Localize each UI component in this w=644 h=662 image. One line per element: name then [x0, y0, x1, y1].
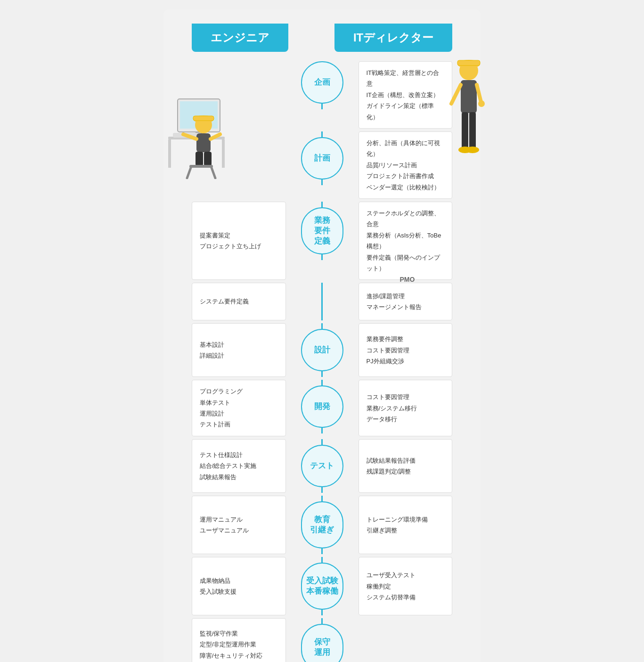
center-phase-planning: 企画	[301, 61, 343, 129]
center-phase-system-req	[321, 283, 323, 320]
engineer-cell-design: 基本設計詳細設計	[192, 323, 286, 377]
svg-rect-10	[193, 116, 214, 121]
v-connector-only	[321, 283, 323, 320]
svg-point-25	[478, 100, 485, 107]
svg-rect-21	[457, 60, 480, 65]
phase-bubble-requirements: 業務要件定義	[301, 207, 343, 254]
engineer-cell-education: 運用マニュアルユーザマニュアル	[192, 496, 286, 554]
svg-rect-15	[204, 152, 212, 166]
v-connector-bottom	[321, 104, 323, 109]
svg-rect-26	[462, 112, 468, 150]
headers-row: エンジニア ITディレクター	[192, 24, 453, 52]
v-connector-top	[321, 202, 323, 207]
svg-rect-16	[189, 165, 213, 168]
center-phase-requirements: 業務要件定義	[301, 202, 343, 280]
director-cell-uat: ユーザ受入テスト稼働判定システム切替準備	[359, 557, 453, 615]
svg-rect-22	[461, 80, 477, 113]
v-connector-top	[321, 380, 323, 385]
center-phase-education: 教育引継ぎ	[301, 496, 343, 554]
phase-bubble-project-plan: 計画	[301, 137, 343, 180]
v-connector-bottom	[321, 487, 323, 493]
svg-point-29	[466, 147, 479, 153]
center-panel: 企画計画業務要件定義設計開発テスト教育引継ぎ受入試験本番稼働保守運用	[292, 61, 353, 662]
engineer-cell-system-req: システム要件定義	[192, 283, 286, 320]
director-cell-design: 業務要件調整コスト要因管理PJ外組織交渉	[359, 323, 453, 377]
v-connector-top	[321, 439, 323, 445]
v-connector-bottom	[321, 180, 323, 185]
svg-rect-1	[168, 139, 171, 168]
svg-line-18	[212, 168, 215, 178]
center-phase-design: 設計	[301, 323, 343, 377]
v-connector-bottom	[321, 371, 323, 377]
director-cell-system-req: 進捗/課題管理マネージメント報告	[359, 283, 453, 320]
pmo-label: PMO	[399, 276, 415, 283]
engineer-cell-test: テスト仕様設計結合/総合テスト実施試験結果報告	[192, 439, 286, 493]
center-phase-project-plan: 計画	[301, 131, 343, 199]
engineer-figure-left	[159, 52, 229, 179]
center-phase-development: 開発	[301, 380, 343, 436]
svg-rect-27	[469, 112, 476, 150]
director-cell-development: コスト要因管理業務/システム移行データ移行	[359, 380, 453, 436]
director-cell-education: トレーニング環境準備引継ぎ調整	[359, 496, 453, 554]
phase-bubble-education: 教育引継ぎ	[301, 501, 343, 548]
engineer-cell-uat: 成果物納品受入試験支援	[192, 557, 286, 615]
v-connector-bottom	[321, 428, 323, 433]
v-connector-top	[321, 131, 323, 137]
phase-bubble-test: テスト	[301, 445, 343, 487]
center-phase-test: テスト	[301, 439, 343, 493]
svg-rect-11	[196, 133, 211, 152]
engineer-cell-maintenance: 監視/保守作業定型/非定型運用作業障害/セキュリティ対応	[192, 618, 286, 662]
director-header: ITディレクター	[334, 24, 452, 52]
v-connector-bottom	[321, 254, 323, 260]
page-wrapper: エンジニア ITディレクター	[163, 9, 481, 662]
director-cell-project-plan: 分析、計画（具体的に可視化）品質/リソース計画プロジェクト計画書作成ベンダー選定…	[359, 131, 453, 199]
engineer-header: エンジニア	[192, 24, 288, 52]
svg-line-17	[187, 168, 191, 178]
phase-bubble-planning: 企画	[301, 61, 343, 104]
v-connector-top	[321, 618, 323, 624]
phase-bubble-development: 開発	[301, 385, 343, 428]
v-connector-bottom	[321, 610, 323, 615]
phase-bubble-uat: 受入試験本番稼働	[301, 563, 343, 610]
v-connector-top	[321, 557, 323, 563]
v-connector-bottom	[321, 548, 323, 554]
director-cell-empty-maintenance	[359, 618, 453, 662]
director-cell-planning: IT戦略策定、経営層との合意IT企画（構想、改善立案）ガイドライン策定（標準化）	[359, 61, 453, 129]
svg-rect-2	[222, 139, 225, 168]
director-panel: IT戦略策定、経営層との合意IT企画（構想、改善立案）ガイドライン策定（標準化）…	[359, 61, 453, 662]
center-phase-uat: 受入試験本番稼働	[301, 557, 343, 615]
v-connector-top	[321, 496, 323, 501]
v-connector-top	[321, 323, 323, 329]
director-figure-right	[443, 52, 495, 221]
engineer-cell-development: プログラミング単体テスト運用設計テスト計画	[192, 380, 286, 436]
director-cell-test: 試験結果報告評価残課題判定/調整	[359, 439, 453, 493]
engineer-cell-requirements: 提案書策定プロジェクト立ち上げ	[192, 202, 286, 280]
svg-line-23	[451, 85, 461, 104]
center-phase-maintenance: 保守運用	[301, 618, 343, 662]
phase-bubble-design: 設計	[301, 329, 343, 371]
phases-wrapper: 提案書策定プロジェクト立ち上げシステム要件定義基本設計詳細設計プログラミング単体…	[192, 61, 453, 662]
director-cell-requirements: ステークホルダとの調整、合意業務分析（AsIs分析、ToBe構想）要件定義（開発…	[359, 202, 453, 280]
svg-rect-14	[196, 152, 203, 166]
phase-bubble-maintenance: 保守運用	[301, 624, 343, 662]
